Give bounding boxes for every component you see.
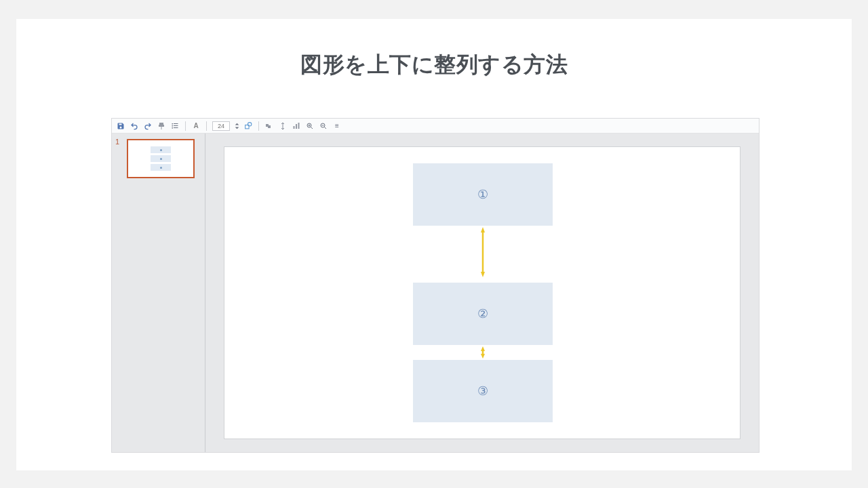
- align-vertical-icon[interactable]: [278, 121, 288, 131]
- svg-rect-14: [296, 124, 297, 129]
- svg-rect-15: [298, 123, 300, 129]
- font-size-input[interactable]: 24: [212, 121, 230, 131]
- presentation-app-window: A 24 ≡: [111, 118, 760, 453]
- svg-rect-2: [172, 125, 174, 127]
- undo-icon[interactable]: [130, 121, 139, 131]
- save-icon[interactable]: [116, 121, 125, 131]
- svg-rect-13: [294, 126, 295, 129]
- list-icon[interactable]: [170, 121, 180, 131]
- zoom-out-icon[interactable]: [319, 121, 328, 131]
- svg-marker-7: [235, 127, 239, 129]
- zoom-in-icon[interactable]: [305, 121, 315, 131]
- shape-box-2[interactable]: ②: [413, 283, 553, 345]
- svg-rect-3: [174, 125, 178, 126]
- svg-rect-5: [174, 127, 178, 128]
- svg-marker-28: [481, 354, 485, 359]
- svg-line-17: [311, 127, 313, 129]
- toolbar-separator: [185, 121, 186, 131]
- more-icon[interactable]: ≡: [332, 121, 342, 131]
- shape-label: ③: [477, 384, 488, 399]
- toolbar-separator: [206, 121, 207, 131]
- svg-point-9: [248, 123, 251, 126]
- vertical-spacing-arrow-icon: [481, 227, 485, 277]
- slide-thumbnails-panel: 1: [112, 134, 205, 452]
- svg-marker-6: [235, 123, 239, 125]
- toolbar: A 24 ≡: [112, 119, 759, 134]
- thumbnail-preview: [127, 139, 195, 178]
- font-size-stepper-icon[interactable]: [234, 121, 239, 131]
- app-body: 1 ①: [112, 134, 759, 452]
- svg-line-21: [325, 127, 327, 129]
- format-painter-icon[interactable]: [157, 121, 166, 131]
- svg-marker-25: [481, 272, 485, 277]
- page-title: 図形を上下に整列する方法: [16, 19, 852, 80]
- svg-rect-4: [172, 127, 174, 129]
- svg-marker-27: [481, 346, 485, 351]
- shape-label: ①: [477, 187, 488, 202]
- redo-icon[interactable]: [143, 121, 153, 131]
- svg-rect-11: [268, 125, 271, 128]
- slide-canvas-area: ① ② ③: [205, 134, 759, 452]
- slide-number: 1: [115, 138, 119, 146]
- svg-rect-0: [172, 123, 174, 125]
- chart-icon[interactable]: [292, 121, 301, 131]
- shape-box-3[interactable]: ③: [413, 360, 553, 422]
- vertical-spacing-arrow-icon: [481, 346, 485, 359]
- shapes-icon[interactable]: [243, 121, 253, 131]
- arrange-icon[interactable]: [264, 121, 274, 131]
- shape-label: ②: [477, 306, 488, 321]
- font-color-icon[interactable]: A: [191, 121, 201, 131]
- page-card: 図形を上下に整列する方法 A 24: [16, 19, 852, 470]
- shape-box-1[interactable]: ①: [413, 163, 553, 226]
- svg-marker-24: [481, 227, 485, 232]
- slide[interactable]: ① ② ③: [224, 146, 741, 439]
- toolbar-separator: [258, 121, 259, 131]
- svg-rect-1: [174, 123, 178, 124]
- slide-thumbnail[interactable]: 1: [119, 139, 198, 178]
